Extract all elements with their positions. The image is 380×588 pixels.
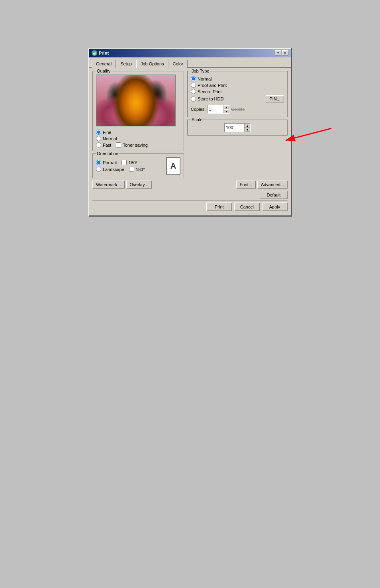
scale-up-button[interactable]: ▲: [245, 124, 250, 128]
overlay-button[interactable]: Overlay...: [126, 181, 152, 189]
dialog-content: Quality Fine Normal: [89, 68, 291, 215]
portrait-180-row: 180°: [121, 160, 137, 165]
store-hdd-row: Store to HDD PIN...: [191, 95, 284, 102]
title-bar: 🖨 Print ? ×: [89, 49, 291, 57]
job-type-options: Normal Proof and Print Secure Print: [191, 75, 284, 102]
portrait-row: Portrait 180°: [96, 160, 163, 165]
scale-group-label: Scale: [191, 117, 204, 122]
job-store-radio[interactable]: [191, 96, 196, 102]
printer-icon: 🖨: [92, 50, 97, 56]
job-proof-radio[interactable]: [191, 83, 196, 88]
toner-saving-row: Toner saving: [116, 142, 147, 147]
portrait-radio[interactable]: [96, 160, 101, 165]
copies-row: Copies: 1 ▲ ▼ Collate: [191, 105, 284, 114]
tab-color[interactable]: Color: [168, 60, 188, 68]
default-button[interactable]: Default: [260, 191, 288, 199]
orientation-group-label: Orientation: [96, 151, 119, 156]
job-secure-label: Secure Print: [198, 89, 222, 94]
advanced-button[interactable]: Advanced...: [257, 181, 288, 189]
cancel-button[interactable]: Cancel: [234, 203, 260, 211]
copies-up-button[interactable]: ▲: [223, 105, 229, 109]
landscape-180-checkbox[interactable]: [129, 167, 134, 172]
orientation-rows: Portrait 180°: [96, 160, 163, 172]
copies-spin-buttons: ▲ ▼: [223, 105, 229, 113]
landscape-180-row: 180°: [129, 167, 145, 172]
scale-spinner[interactable]: 100 ▲ ▼: [224, 123, 251, 132]
job-proof-label: Proof and Print: [198, 83, 227, 88]
portrait-180-label: 180°: [128, 160, 137, 165]
quality-fine-radio[interactable]: [96, 130, 101, 135]
copies-spinner[interactable]: 1 ▲ ▼: [207, 105, 229, 114]
main-row: Quality Fine Normal: [92, 71, 288, 181]
portrait-radio-row: Portrait: [96, 160, 117, 165]
orientation-content: Portrait 180°: [96, 157, 180, 175]
apply-button[interactable]: Apply: [262, 203, 288, 211]
job-proof-row: Proof and Print: [191, 83, 284, 88]
quality-group-label: Quality: [96, 69, 111, 73]
default-row: Default: [92, 191, 288, 199]
quality-fine-label: Fine: [103, 130, 111, 135]
right-panel: Job Type Normal Proof and Print: [187, 71, 288, 181]
job-normal-label: Normal: [198, 77, 212, 81]
tab-general[interactable]: General: [92, 60, 116, 68]
title-bar-buttons: ? ×: [275, 50, 288, 56]
landscape-180-label: 180°: [136, 167, 145, 172]
toner-saving-checkbox[interactable]: [116, 142, 121, 147]
quality-fast-radio[interactable]: [96, 142, 101, 147]
watermark-button[interactable]: Watermark...: [92, 181, 125, 189]
quality-group: Quality Fine Normal: [92, 71, 184, 151]
butterfly-image: [96, 75, 175, 126]
page-icon: A: [166, 157, 180, 175]
toner-saving-label: Toner saving: [123, 143, 147, 147]
quality-fine-row: Fine: [96, 130, 180, 135]
svg-line-1: [286, 128, 331, 140]
scale-input[interactable]: 100: [225, 124, 245, 132]
left-panel: Quality Fine Normal: [92, 71, 184, 181]
bottom-tool-buttons: Watermark... Overlay... Font... Advanced…: [92, 181, 288, 189]
pin-button[interactable]: PIN...: [266, 95, 284, 102]
collate-label: Collate: [231, 107, 245, 112]
tab-bar: General Setup Job Options Color: [89, 57, 291, 68]
scale-down-button[interactable]: ▼: [245, 128, 250, 132]
job-normal-row: Normal: [191, 76, 284, 81]
quality-options: Fine Normal Fast: [96, 130, 180, 147]
landscape-radio[interactable]: [96, 167, 101, 172]
print-dialog: 🖨 Print ? × General Setup Job Options Co…: [88, 48, 292, 216]
quality-fast-label: Fast: [103, 143, 111, 147]
print-button[interactable]: Print: [206, 203, 232, 211]
quality-normal-label: Normal: [103, 136, 117, 141]
copies-down-button[interactable]: ▼: [223, 109, 229, 113]
scale-group: Scale 100 ▲ ▼: [187, 120, 288, 136]
quality-fast-row: Fast Toner saving: [96, 142, 180, 147]
quality-normal-row: Normal: [96, 136, 180, 141]
landscape-row: Landscape 180°: [96, 167, 163, 172]
copies-label: Copies:: [191, 107, 206, 112]
window-title: Print: [99, 51, 109, 55]
scale-content: 100 ▲ ▼: [191, 123, 284, 132]
job-type-group-label: Job Type: [191, 69, 210, 73]
scale-spin-buttons: ▲ ▼: [245, 124, 250, 132]
close-button[interactable]: ×: [282, 50, 288, 56]
job-secure-radio[interactable]: [191, 89, 196, 94]
copies-input[interactable]: 1: [208, 105, 223, 113]
portrait-label: Portrait: [103, 160, 117, 165]
tab-setup[interactable]: Setup: [116, 60, 136, 68]
job-type-group: Job Type Normal Proof and Print: [187, 71, 288, 117]
orientation-group: Orientation Portrait: [92, 153, 184, 178]
title-bar-left: 🖨 Print: [92, 50, 109, 56]
quality-normal-radio[interactable]: [96, 136, 101, 141]
font-button[interactable]: Font...: [236, 181, 256, 189]
action-row: Print Cancel Apply: [92, 201, 288, 212]
portrait-180-checkbox[interactable]: [121, 160, 127, 165]
preview-thumbnail: [96, 75, 176, 126]
landscape-radio-row: Landscape: [96, 167, 124, 172]
job-secure-row: Secure Print: [191, 89, 284, 94]
help-button[interactable]: ?: [275, 50, 281, 56]
landscape-label: Landscape: [103, 167, 124, 172]
job-normal-radio[interactable]: [191, 76, 196, 81]
job-store-radio-row: Store to HDD: [191, 96, 223, 102]
job-store-label: Store to HDD: [198, 96, 223, 101]
tab-job-options[interactable]: Job Options: [136, 60, 168, 68]
fast-radio-row: Fast: [96, 142, 111, 147]
